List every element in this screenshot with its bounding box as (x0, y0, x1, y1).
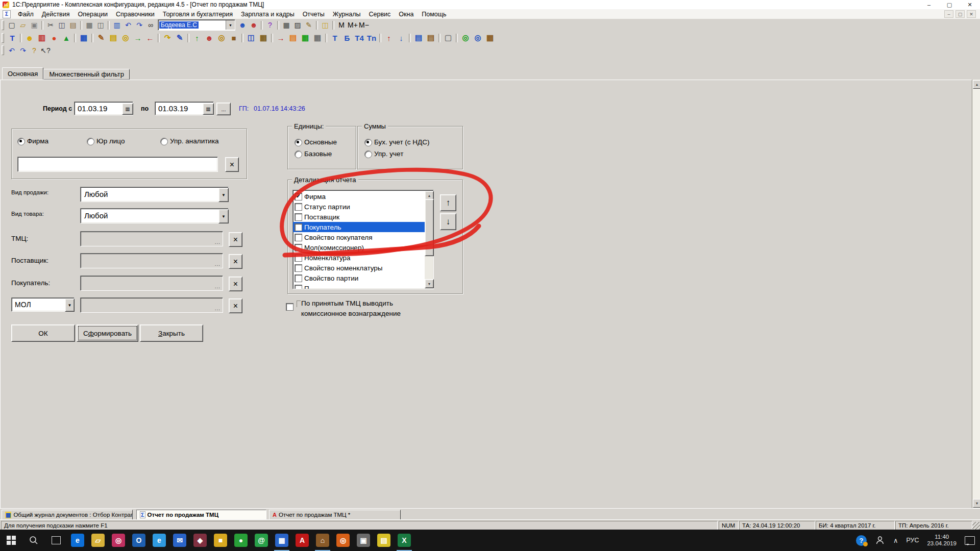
toolbar-icon[interactable]: ◫ (320, 20, 331, 30)
toolbar-icon[interactable]: → (132, 32, 144, 43)
toolbar-icon[interactable] (325, 34, 327, 42)
checkbox[interactable] (295, 274, 302, 282)
toolbar-icon[interactable]: ☻ (237, 20, 248, 30)
ellipsis-button[interactable]: ... (215, 306, 220, 311)
period-more-button[interactable]: ... (216, 103, 231, 115)
menu-item[interactable]: Файл (14, 9, 38, 19)
ellipsis-button[interactable]: ... (215, 261, 220, 267)
menu-item[interactable]: Сервис (364, 9, 395, 19)
toolbar-icon[interactable] (277, 21, 279, 30)
radio-units-base[interactable] (295, 151, 302, 158)
detail-list-item[interactable]: Фирма (293, 191, 433, 202)
taskbar-app-icon[interactable]: e (67, 530, 88, 551)
close-form-button[interactable]: Закрыть (140, 324, 203, 342)
toolbar-icon[interactable]: Т (6, 32, 18, 43)
toolbar-icon[interactable]: ● (48, 32, 60, 43)
detail-list-item[interactable]: Свойство партии (293, 273, 433, 283)
toolbar-icon[interactable] (20, 34, 22, 42)
toolbar-icon[interactable]: ▲ (60, 32, 72, 43)
checkbox[interactable] (295, 193, 302, 201)
toolbar-icon[interactable]: ▥ (111, 20, 122, 30)
toolbar-icon[interactable]: ▦ (484, 32, 496, 43)
buyer-clear-button[interactable]: × (229, 277, 242, 291)
detail-list[interactable]: Фирма Статус партии Поставщик Покупатель… (292, 190, 434, 289)
checkbox[interactable] (295, 244, 302, 252)
toolbar-handle[interactable] (2, 20, 4, 30)
toolbar-icon[interactable]: ▤ (107, 32, 119, 43)
taskbar-app-icon[interactable]: O (129, 530, 149, 551)
move-up-button[interactable]: ↑ (440, 194, 456, 211)
calendar-icon[interactable]: ▦ (203, 103, 214, 115)
toolbar-icon[interactable]: ✎ (174, 32, 186, 43)
toolbar-icon[interactable]: М+ (347, 20, 358, 30)
toolbar-icon[interactable]: Тn (365, 32, 378, 43)
checkbox[interactable] (295, 234, 302, 241)
goods-kind-combo[interactable]: Любой (80, 208, 229, 223)
taskbar-app-icon[interactable]: ◎ (108, 530, 129, 551)
toolbar-icon[interactable]: ▦ (257, 32, 270, 43)
tmc-clear-button[interactable]: × (229, 232, 242, 247)
taskbar-app-icon[interactable]: ▣ (353, 530, 374, 551)
toolbar-icon[interactable]: ← (144, 32, 156, 43)
toolbar-icon[interactable]: ▥ (36, 32, 48, 43)
taskbar-app-icon[interactable]: ■ (210, 530, 231, 551)
toolbar-icon[interactable]: ↶ (6, 45, 17, 56)
toolbar-icon[interactable]: ↷ (134, 20, 145, 30)
radio-mgmt-accounting[interactable] (364, 151, 372, 158)
toolbar-icon[interactable] (108, 21, 110, 30)
detail-list-scrollbar[interactable]: ▲ ▼ (425, 191, 433, 288)
taskbar-app-icon[interactable]: ◆ (190, 530, 210, 551)
ellipsis-button[interactable]: ... (215, 284, 220, 289)
checkbox[interactable] (295, 264, 302, 272)
checkbox[interactable] (295, 223, 302, 231)
chevron-down-icon[interactable]: ▼ (65, 298, 75, 312)
scroll-up-icon[interactable]: ▲ (973, 80, 980, 89)
toolbar-icon[interactable] (74, 34, 76, 42)
scrollbar-thumb[interactable] (425, 199, 434, 256)
toolbar-icon[interactable]: ▨ (292, 20, 303, 30)
toolbar-icon[interactable]: ↓ (395, 32, 407, 43)
toolbar-icon[interactable]: ◫ (95, 20, 106, 30)
help-notification-icon[interactable]: ? (856, 535, 867, 546)
scroll-down-icon[interactable]: ▼ (973, 499, 980, 508)
radio-units-main[interactable] (295, 139, 302, 146)
toolbar-icon[interactable]: ▦ (84, 20, 95, 30)
detail-list-item[interactable]: Поставщик (293, 212, 433, 222)
start-button[interactable] (0, 530, 22, 551)
taskbar-app-icon[interactable]: ● (231, 530, 251, 551)
toolbar-icon[interactable] (187, 34, 189, 42)
toolbar-icon[interactable] (456, 34, 458, 42)
task-view-button[interactable] (45, 530, 67, 551)
toolbar-icon[interactable]: ◎ (472, 32, 484, 43)
toolbar-icon[interactable] (241, 34, 243, 42)
toolbar-icon[interactable]: ✂ (45, 20, 56, 30)
menu-item[interactable]: Действия (38, 9, 74, 19)
taskbar-app-icon[interactable]: ◎ (333, 530, 353, 551)
search-button[interactable] (22, 530, 45, 551)
toolbar-icon[interactable]: Т (329, 32, 341, 43)
toolbar-icon[interactable]: ↶ (122, 20, 134, 30)
toolbar-icon[interactable]: ▦ (281, 20, 292, 30)
toolbar-icon[interactable]: ▱ (17, 20, 29, 30)
toolbar-icon[interactable] (438, 34, 440, 42)
scroll-down-icon[interactable]: ▼ (425, 279, 434, 288)
minimize-button[interactable]: – (919, 0, 939, 9)
toolbar-icon[interactable]: ▢ (6, 20, 17, 30)
toolbar-icon[interactable]: ◎ (119, 32, 132, 43)
toolbar-icon[interactable]: ■ (228, 32, 240, 43)
menu-item[interactable]: Окна (395, 9, 418, 19)
form-scrollbar[interactable]: ▲ ▼ (972, 80, 980, 508)
menu-item[interactable]: Помощь (418, 9, 450, 19)
toolbar-icon[interactable]: ↷ (17, 45, 29, 56)
generate-button[interactable]: Сформировать (77, 324, 138, 342)
checkbox[interactable] (295, 203, 302, 211)
ok-button[interactable]: ОК (11, 324, 75, 342)
toolbar-icon[interactable]: ? (29, 45, 40, 56)
detail-list-item[interactable]: Покупатель (293, 222, 433, 232)
toolbar-icon[interactable]: Б (341, 32, 353, 43)
taskbar-app-icon[interactable]: X (394, 530, 414, 551)
toolbar-icon[interactable]: ▤ (425, 32, 437, 43)
toolbar-icon[interactable]: ? (264, 20, 276, 30)
toolbar-icon[interactable] (41, 21, 43, 30)
radio-accounting-vat[interactable] (364, 139, 372, 146)
